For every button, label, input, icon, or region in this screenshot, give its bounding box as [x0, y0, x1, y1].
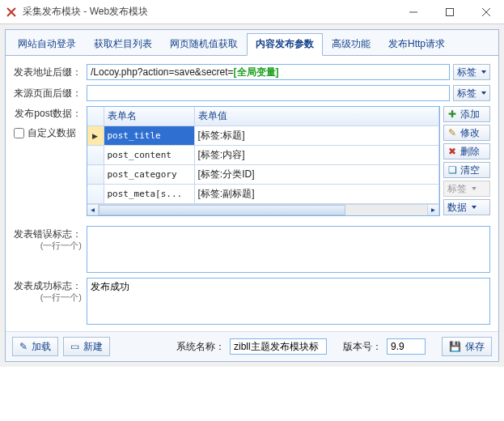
clear-rows-button[interactable]: ❏清空	[443, 162, 490, 178]
save-icon: 💾	[449, 342, 461, 351]
grid-cell-value[interactable]: [标签:内容]	[194, 146, 439, 165]
grid-row[interactable]: post_content [标签:内容]	[87, 146, 439, 165]
publish-url-tag-button[interactable]: 标签	[453, 64, 490, 80]
success-flag-textarea[interactable]: 发布成功	[87, 278, 490, 325]
referer-input[interactable]	[87, 85, 450, 101]
grid-tag-button[interactable]: 标签	[443, 181, 490, 197]
grid-cell-name[interactable]: post_category	[104, 165, 194, 185]
version-label: 版本号：	[343, 340, 382, 354]
grid-cell-value[interactable]: [标签:分类ID]	[194, 165, 439, 185]
pencil-icon: ✎	[447, 128, 457, 138]
minimize-button[interactable]	[395, 0, 431, 24]
grid-side-buttons: ✚添加 ✎修改 ✖删除 ❏清空 标签 数据	[443, 106, 490, 216]
system-name-input[interactable]	[230, 338, 327, 355]
error-flag-textarea[interactable]	[87, 226, 490, 273]
chevron-down-icon	[481, 70, 486, 74]
error-flag-sublabel: (一行一个)	[14, 240, 82, 251]
grid-row[interactable]: post_meta[s... [标签:副标题]	[87, 185, 439, 204]
chevron-down-icon	[472, 206, 476, 209]
grid-data-button[interactable]: 数据	[443, 199, 490, 215]
minimize-icon	[409, 8, 417, 16]
version-input[interactable]	[387, 338, 426, 355]
publish-url-suffix-input[interactable]: /Locoy.php?action=save&secret=[全局变量]	[87, 64, 450, 80]
grid-row[interactable]: post_category [标签:分类ID]	[87, 165, 439, 185]
post-data-grid[interactable]: 表单名 表单值 post_title [标签:标题]	[87, 106, 440, 216]
publish-url-suffix-var: [全局变量]	[234, 66, 279, 79]
grid-row-indicator	[87, 165, 104, 185]
add-row-button[interactable]: ✚添加	[443, 106, 490, 122]
grid-col-name[interactable]: 表单名	[104, 107, 194, 126]
grid-cell-value[interactable]: [标签:副标题]	[194, 185, 439, 204]
maximize-icon	[446, 8, 454, 16]
chevron-down-icon	[472, 187, 476, 190]
referer-label: 来源页面后缀：	[14, 85, 87, 99]
tab-advanced[interactable]: 高级功能	[323, 33, 379, 56]
tab-content-publish-params: 发表地址后缀： /Locoy.php?action=save&secret=[全…	[6, 56, 498, 331]
grid-cell-name[interactable]: post_title	[104, 126, 194, 146]
grid-cell-value[interactable]: [标签:标题]	[194, 126, 439, 146]
tab-random-page-value[interactable]: 网页随机值获取	[161, 33, 247, 56]
delete-row-button[interactable]: ✖删除	[443, 143, 490, 159]
success-flag-label: 发表成功标志：	[14, 280, 82, 291]
edit-row-button[interactable]: ✎修改	[443, 125, 490, 141]
grid-col-value[interactable]: 表单值	[194, 107, 439, 126]
close-button[interactable]	[468, 0, 504, 24]
system-name-label: 系统名称：	[176, 340, 225, 354]
new-button[interactable]: ▭新建	[63, 337, 110, 356]
tab-strip: 网站自动登录 获取栏目列表 网页随机值获取 内容发布参数 高级功能 发布Http…	[6, 30, 498, 56]
title-bar: 采集发布模块 - Web发布模块	[0, 0, 504, 24]
delete-icon: ✖	[447, 147, 457, 156]
grid-cell-name[interactable]: post_meta[s...	[104, 185, 194, 204]
scroll-right-button[interactable]: ►	[427, 205, 438, 215]
app-icon	[5, 6, 18, 19]
error-flag-label: 发表错误标志：	[14, 228, 82, 240]
maximize-button[interactable]	[431, 0, 468, 24]
svg-rect-0	[446, 8, 453, 15]
grid-row[interactable]: post_title [标签:标题]	[87, 126, 439, 146]
success-flag-sublabel: (一行一个)	[14, 291, 82, 303]
grid-row-indicator	[87, 146, 104, 165]
grid-horizontal-scrollbar[interactable]: ◄ ►	[87, 204, 439, 215]
tab-publish-http[interactable]: 发布Http请求	[379, 33, 454, 56]
footer-bar: ✎加载 ▭新建 系统名称： 版本号： 💾保存	[6, 331, 498, 361]
broom-icon: ❏	[447, 165, 457, 175]
grid-row-indicator	[87, 185, 104, 204]
publish-url-suffix-label: 发表地址后缀：	[14, 64, 87, 78]
tab-publish-params[interactable]: 内容发布参数	[247, 33, 323, 56]
tab-panel: 网站自动登录 获取栏目列表 网页随机值获取 内容发布参数 高级功能 发布Http…	[5, 29, 499, 362]
custom-data-checkbox[interactable]	[14, 128, 24, 138]
grid-cell-name[interactable]: post_content	[104, 146, 194, 165]
tab-site-auto-login[interactable]: 网站自动登录	[9, 33, 85, 56]
close-icon	[482, 8, 490, 16]
grid-row-indicator	[87, 126, 104, 146]
grid-corner	[87, 107, 104, 126]
plus-icon: ✚	[447, 109, 457, 119]
save-button[interactable]: 💾保存	[442, 337, 492, 356]
publish-url-suffix-text: /Locoy.php?action=save&secret=	[91, 66, 234, 79]
custom-data-label: 自定义数据	[28, 127, 76, 138]
scroll-left-button[interactable]: ◄	[87, 205, 99, 215]
edit-icon: ✎	[19, 342, 28, 351]
document-icon: ▭	[70, 342, 79, 351]
chevron-down-icon	[481, 91, 486, 95]
window-title: 采集发布模块 - Web发布模块	[23, 5, 148, 19]
scroll-track[interactable]	[99, 205, 427, 215]
referer-tag-button[interactable]: 标签	[453, 85, 490, 101]
load-button[interactable]: ✎加载	[12, 337, 58, 356]
tab-get-category-list[interactable]: 获取栏目列表	[85, 33, 161, 56]
scroll-thumb[interactable]	[99, 205, 345, 215]
post-data-label: 发布post数据：	[15, 108, 82, 119]
